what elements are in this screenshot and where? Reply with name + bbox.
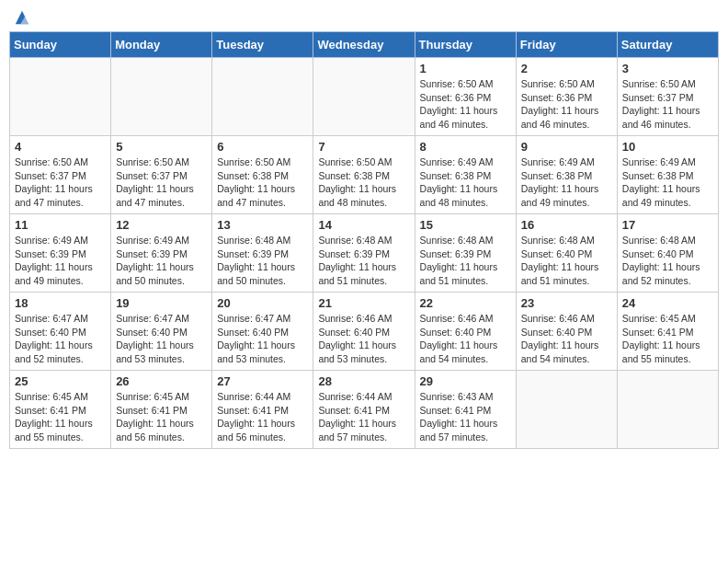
day-info: Sunrise: 6:50 AM Sunset: 6:38 PM Dayligh… [217,155,308,210]
calendar-cell: 14Sunrise: 6:48 AM Sunset: 6:39 PM Dayli… [313,214,415,293]
week-row: 25Sunrise: 6:45 AM Sunset: 6:41 PM Dayli… [10,371,719,449]
calendar-cell: 23Sunrise: 6:46 AM Sunset: 6:40 PM Dayli… [516,293,617,371]
calendar-cell: 22Sunrise: 6:46 AM Sunset: 6:40 PM Dayli… [415,293,516,371]
calendar-header-row: SundayMondayTuesdayWednesdayThursdayFrid… [10,32,719,58]
day-number: 11 [15,218,106,232]
day-number: 2 [521,62,612,75]
day-number: 27 [217,374,308,388]
calendar-cell [212,58,313,136]
calendar-cell: 6Sunrise: 6:50 AM Sunset: 6:38 PM Daylig… [212,136,313,214]
day-number: 25 [15,374,106,388]
day-info: Sunrise: 6:50 AM Sunset: 6:37 PM Dayligh… [116,155,207,210]
day-of-week-header: Saturday [617,32,718,58]
day-number: 13 [217,218,308,232]
day-info: Sunrise: 6:44 AM Sunset: 6:41 PM Dayligh… [318,390,409,444]
day-info: Sunrise: 6:49 AM Sunset: 6:38 PM Dayligh… [622,155,713,210]
day-info: Sunrise: 6:47 AM Sunset: 6:40 PM Dayligh… [116,312,207,366]
day-info: Sunrise: 6:45 AM Sunset: 6:41 PM Dayligh… [116,390,207,444]
week-row: 4Sunrise: 6:50 AM Sunset: 6:37 PM Daylig… [10,136,719,214]
day-number: 26 [116,374,207,388]
day-number: 16 [521,218,612,232]
day-number: 4 [15,140,106,154]
day-info: Sunrise: 6:48 AM Sunset: 6:40 PM Dayligh… [521,234,612,288]
page-header [9,9,719,26]
day-info: Sunrise: 6:45 AM Sunset: 6:41 PM Dayligh… [622,312,713,366]
calendar-cell: 13Sunrise: 6:48 AM Sunset: 6:39 PM Dayli… [212,214,313,293]
calendar-cell: 28Sunrise: 6:44 AM Sunset: 6:41 PM Dayli… [313,371,415,449]
day-info: Sunrise: 6:44 AM Sunset: 6:41 PM Dayligh… [217,390,308,444]
day-of-week-header: Thursday [415,32,516,58]
day-number: 29 [420,374,511,388]
day-number: 15 [420,218,511,232]
day-number: 6 [217,140,308,154]
week-row: 1Sunrise: 6:50 AM Sunset: 6:36 PM Daylig… [10,58,719,136]
calendar-cell: 10Sunrise: 6:49 AM Sunset: 6:38 PM Dayli… [617,136,718,214]
day-info: Sunrise: 6:46 AM Sunset: 6:40 PM Dayligh… [318,312,409,366]
calendar-cell: 11Sunrise: 6:49 AM Sunset: 6:39 PM Dayli… [10,214,111,293]
calendar-cell: 17Sunrise: 6:48 AM Sunset: 6:40 PM Dayli… [617,214,718,293]
day-number: 5 [116,140,207,154]
logo-triangle-icon [14,9,30,26]
calendar-cell: 16Sunrise: 6:48 AM Sunset: 6:40 PM Dayli… [516,214,617,293]
day-info: Sunrise: 6:43 AM Sunset: 6:41 PM Dayligh… [420,390,511,444]
day-number: 12 [116,218,207,232]
day-number: 1 [420,62,511,75]
day-number: 18 [15,296,106,310]
day-info: Sunrise: 6:48 AM Sunset: 6:39 PM Dayligh… [217,234,308,288]
day-info: Sunrise: 6:49 AM Sunset: 6:38 PM Dayligh… [521,155,612,210]
day-info: Sunrise: 6:48 AM Sunset: 6:40 PM Dayligh… [622,234,713,288]
day-info: Sunrise: 6:48 AM Sunset: 6:39 PM Dayligh… [318,234,409,288]
day-of-week-header: Wednesday [313,32,415,58]
calendar-cell: 5Sunrise: 6:50 AM Sunset: 6:37 PM Daylig… [111,136,212,214]
day-info: Sunrise: 6:45 AM Sunset: 6:41 PM Dayligh… [15,390,106,444]
day-number: 14 [318,218,409,232]
day-info: Sunrise: 6:50 AM Sunset: 6:37 PM Dayligh… [15,155,106,210]
calendar-cell: 3Sunrise: 6:50 AM Sunset: 6:37 PM Daylig… [617,58,718,136]
day-info: Sunrise: 6:47 AM Sunset: 6:40 PM Dayligh… [217,312,308,366]
day-of-week-header: Tuesday [212,32,313,58]
day-number: 28 [318,374,409,388]
day-number: 7 [318,140,409,154]
calendar-cell [617,371,718,449]
day-number: 19 [116,296,207,310]
day-number: 23 [521,296,612,310]
day-number: 21 [318,296,409,310]
day-number: 9 [521,140,612,154]
day-info: Sunrise: 6:47 AM Sunset: 6:40 PM Dayligh… [15,312,106,366]
calendar-cell: 25Sunrise: 6:45 AM Sunset: 6:41 PM Dayli… [10,371,111,449]
calendar-cell: 1Sunrise: 6:50 AM Sunset: 6:36 PM Daylig… [415,58,516,136]
logo [13,9,30,26]
calendar-cell: 19Sunrise: 6:47 AM Sunset: 6:40 PM Dayli… [111,293,212,371]
day-number: 8 [420,140,511,154]
day-info: Sunrise: 6:49 AM Sunset: 6:39 PM Dayligh… [15,234,106,288]
day-info: Sunrise: 6:48 AM Sunset: 6:39 PM Dayligh… [420,234,511,288]
day-of-week-header: Monday [111,32,212,58]
day-of-week-header: Sunday [10,32,111,58]
day-number: 3 [622,62,713,75]
day-info: Sunrise: 6:50 AM Sunset: 6:36 PM Dayligh… [420,77,511,132]
calendar-cell: 12Sunrise: 6:49 AM Sunset: 6:39 PM Dayli… [111,214,212,293]
calendar-cell: 26Sunrise: 6:45 AM Sunset: 6:41 PM Dayli… [111,371,212,449]
week-row: 11Sunrise: 6:49 AM Sunset: 6:39 PM Dayli… [10,214,719,293]
calendar-cell [516,371,617,449]
day-number: 17 [622,218,713,232]
day-number: 22 [420,296,511,310]
calendar-cell [10,58,111,136]
day-number: 20 [217,296,308,310]
calendar-cell: 2Sunrise: 6:50 AM Sunset: 6:36 PM Daylig… [516,58,617,136]
week-row: 18Sunrise: 6:47 AM Sunset: 6:40 PM Dayli… [10,293,719,371]
calendar-cell: 24Sunrise: 6:45 AM Sunset: 6:41 PM Dayli… [617,293,718,371]
day-info: Sunrise: 6:50 AM Sunset: 6:37 PM Dayligh… [622,77,713,132]
calendar-cell: 7Sunrise: 6:50 AM Sunset: 6:38 PM Daylig… [313,136,415,214]
calendar-cell [111,58,212,136]
day-info: Sunrise: 6:49 AM Sunset: 6:39 PM Dayligh… [116,234,207,288]
calendar-cell: 15Sunrise: 6:48 AM Sunset: 6:39 PM Dayli… [415,214,516,293]
calendar-cell: 21Sunrise: 6:46 AM Sunset: 6:40 PM Dayli… [313,293,415,371]
day-info: Sunrise: 6:46 AM Sunset: 6:40 PM Dayligh… [521,312,612,366]
calendar-cell: 20Sunrise: 6:47 AM Sunset: 6:40 PM Dayli… [212,293,313,371]
calendar-cell [313,58,415,136]
day-info: Sunrise: 6:46 AM Sunset: 6:40 PM Dayligh… [420,312,511,366]
day-info: Sunrise: 6:50 AM Sunset: 6:36 PM Dayligh… [521,77,612,132]
calendar-cell: 29Sunrise: 6:43 AM Sunset: 6:41 PM Dayli… [415,371,516,449]
day-number: 24 [622,296,713,310]
